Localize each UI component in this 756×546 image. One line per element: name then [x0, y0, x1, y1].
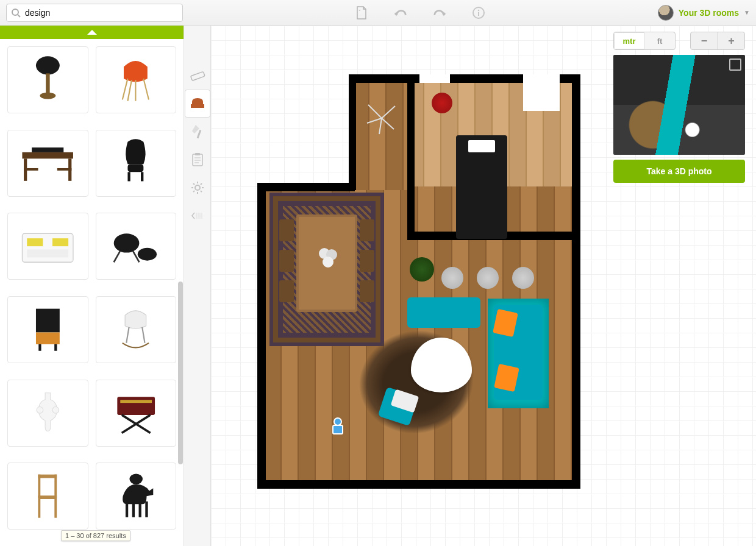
- catalog-sidebar: 1 – 30 of 827 results: [0, 26, 184, 546]
- furniture-tool[interactable]: [185, 90, 210, 117]
- catalog-grid[interactable]: [0, 39, 184, 546]
- svg-rect-16: [24, 168, 38, 170]
- svg-line-74: [382, 118, 394, 129]
- svg-point-70: [323, 257, 333, 268]
- info-button[interactable]: [471, 5, 486, 20]
- expand-icon[interactable]: [729, 58, 741, 71]
- svg-rect-30: [54, 344, 57, 351]
- svg-rect-21: [22, 233, 73, 262]
- measure-tool[interactable]: [185, 62, 210, 89]
- zoom-out-button[interactable]: −: [691, 32, 718, 49]
- redo-button[interactable]: [432, 5, 447, 20]
- svg-line-72: [382, 106, 395, 118]
- unit-toggle: mtr ft: [613, 32, 676, 50]
- catalog-item[interactable]: [96, 463, 177, 530]
- take-3d-photo-button[interactable]: Take a 3D photo: [613, 160, 745, 183]
- unit-imperial-button[interactable]: ft: [644, 32, 675, 49]
- svg-rect-39: [55, 475, 57, 498]
- wall: [257, 183, 266, 488]
- zoom-controls: − +: [690, 32, 745, 50]
- catalog-item[interactable]: [7, 380, 88, 447]
- wall: [257, 480, 580, 489]
- floorplan[interactable]: [255, 74, 580, 489]
- paint-tool[interactable]: [185, 118, 210, 145]
- catalog-item[interactable]: [7, 463, 88, 530]
- svg-rect-35: [117, 397, 155, 416]
- svg-rect-36: [120, 400, 152, 403]
- floorplan-canvas[interactable]: mtr ft − + Take a 3D photo: [211, 26, 756, 546]
- svg-rect-24: [27, 250, 68, 258]
- dining-chair[interactable]: [279, 280, 294, 302]
- svg-line-63: [193, 191, 194, 192]
- plant[interactable]: [410, 257, 434, 282]
- svg-point-33: [37, 407, 43, 414]
- dining-chair[interactable]: [279, 219, 294, 241]
- svg-line-62: [201, 183, 202, 185]
- svg-point-25: [113, 233, 139, 252]
- svg-rect-51: [195, 153, 200, 155]
- svg-line-32: [143, 327, 145, 343]
- top-toolbar: [183, 5, 658, 20]
- catalog-item[interactable]: [96, 213, 177, 280]
- door: [419, 74, 450, 83]
- svg-point-77: [334, 418, 341, 425]
- search-input[interactable]: [6, 4, 183, 22]
- search-wrapper: [6, 4, 183, 22]
- red-stool[interactable]: [432, 93, 452, 113]
- catalog-item[interactable]: [7, 130, 88, 197]
- results-count-tooltip: 1 – 30 of 827 results: [61, 530, 130, 541]
- wall: [572, 74, 580, 240]
- zoom-in-button[interactable]: +: [718, 32, 744, 49]
- dining-chair[interactable]: [360, 250, 374, 272]
- svg-rect-17: [57, 168, 71, 170]
- pouf[interactable]: [512, 267, 534, 289]
- svg-line-31: [127, 327, 129, 343]
- unit-metric-button[interactable]: mtr: [614, 32, 644, 49]
- svg-point-3: [478, 9, 480, 11]
- svg-line-61: [201, 191, 202, 192]
- dining-chair[interactable]: [279, 250, 294, 272]
- wall: [257, 183, 355, 191]
- file-menu-button[interactable]: [354, 5, 369, 20]
- collapse-panel-button[interactable]: [185, 202, 210, 229]
- user-rooms-menu[interactable]: Your 3D rooms ▼: [658, 5, 750, 21]
- catalog-item[interactable]: [96, 380, 177, 447]
- catalog-item[interactable]: [7, 296, 88, 363]
- pouf[interactable]: [441, 267, 463, 289]
- svg-rect-40: [38, 495, 57, 499]
- teal-sofa[interactable]: [407, 297, 480, 328]
- svg-rect-28: [36, 332, 60, 344]
- pendant-light[interactable]: [316, 245, 340, 269]
- catalog-item[interactable]: [7, 46, 88, 113]
- dining-chair[interactable]: [360, 280, 374, 302]
- svg-rect-42: [55, 499, 57, 518]
- wall: [349, 74, 356, 190]
- sidebar-collapse-button[interactable]: [0, 26, 184, 39]
- catalog-item[interactable]: [96, 130, 177, 197]
- chevron-down-icon: ▼: [744, 9, 750, 16]
- clipboard-tool[interactable]: [185, 146, 210, 173]
- catalog-item[interactable]: [96, 296, 177, 363]
- svg-rect-37: [38, 475, 57, 478]
- svg-rect-38: [38, 475, 41, 498]
- pouf[interactable]: [477, 267, 499, 289]
- settings-tool[interactable]: [185, 174, 210, 201]
- svg-rect-48: [190, 71, 204, 80]
- sidebar-scrollbar[interactable]: [178, 282, 183, 464]
- rooms-label: Your 3D rooms: [679, 8, 739, 18]
- wall: [407, 74, 415, 238]
- svg-rect-20: [141, 172, 143, 182]
- dining-chair[interactable]: [360, 219, 374, 241]
- right-panel: mtr ft − + Take a 3D photo: [613, 32, 745, 183]
- catalog-item[interactable]: [7, 213, 88, 280]
- camera-person-icon[interactable]: [328, 417, 348, 439]
- catalog-item[interactable]: [96, 46, 177, 113]
- svg-point-55: [195, 185, 200, 190]
- svg-line-73: [367, 118, 382, 123]
- chandelier[interactable]: [362, 99, 401, 138]
- undo-button[interactable]: [393, 5, 408, 20]
- svg-line-75: [379, 118, 382, 134]
- top-bar: Your 3D rooms ▼: [0, 0, 756, 26]
- preview-3d[interactable]: [613, 55, 745, 155]
- svg-rect-12: [22, 152, 73, 158]
